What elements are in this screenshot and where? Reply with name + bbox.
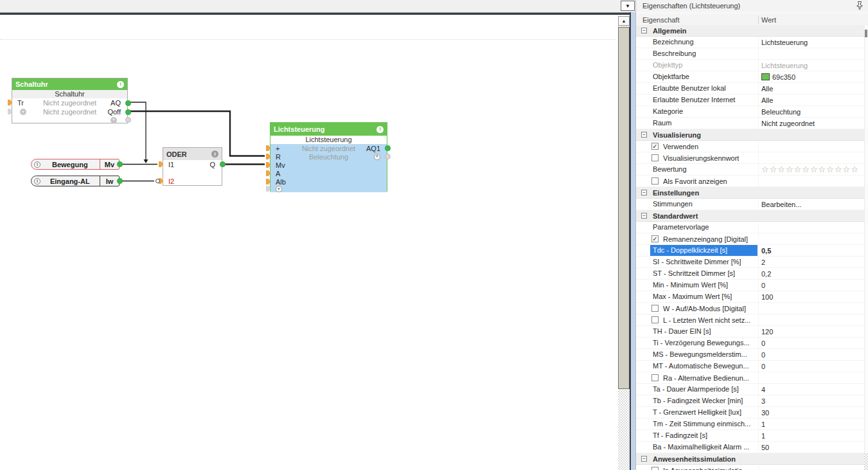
properties-column-header[interactable]: Eigenschaft Wert [636,14,868,26]
scrollbar-thumb[interactable] [618,27,630,389]
property-row-parametervorlage[interactable]: Parametervorlage [636,222,865,233]
value-cell[interactable]: 69c350 [761,71,865,82]
property-row-ra-alternative-bedienun[interactable]: Ra - Alternative Bedienun... [636,372,865,384]
value-cell[interactable]: Lichtsteuerung [761,60,865,71]
sensor-block-bewegung[interactable]: i Bewegung Mv [31,159,120,170]
property-row-th-dauer-ein-s[interactable]: TH - Dauer EIN [s]120 [636,326,865,338]
info-icon[interactable]: i [211,150,218,158]
add-output-icon[interactable]: + [111,117,117,123]
checkbox[interactable] [651,374,659,381]
property-row-ti-verzögerung-bewegungs[interactable]: Ti - Verzögerung Bewegungs...0 [636,338,865,349]
input-connector-i1[interactable] [159,161,163,167]
value-cell[interactable] [761,314,865,325]
property-row-tb-fadingzeit-wecker-min[interactable]: Tb - Fadingzeit Wecker [min]3 [636,395,865,407]
value-cell[interactable]: Alle [761,95,865,105]
diagram-canvas[interactable]: ▼ Schaltuhr i Schaltuhr Tr Nicht zugeord… [0,0,631,470]
property-section-einstellungen[interactable]: −Einstellungen [636,187,865,199]
function-block-lichtsteuerung[interactable]: Lichtsteuerung i Lichtsteuerung + Nicht … [270,122,387,192]
value-cell[interactable] [761,303,865,314]
value-cell[interactable]: 0,5 [761,245,865,256]
value-cell[interactable]: Lichtsteuerung [761,37,865,48]
property-row-l-letzten-wert-nicht-setz[interactable]: L - Letzten Wert nicht setz... [636,314,865,326]
value-cell[interactable]: Alle [761,83,865,94]
value-cell[interactable]: 0 [761,338,865,348]
value-cell[interactable]: 50 [761,442,865,453]
property-row-st-schrittzeit-dimmer-s[interactable]: ST - Schrittzeit Dimmer [s]0,2 [636,268,865,280]
page-dropdown-button[interactable]: ▼ [621,1,635,11]
property-row-beschreibung[interactable]: Beschreibung [636,48,865,60]
checkbox[interactable] [651,467,659,470]
value-cell[interactable] [761,48,865,59]
value-cell[interactable]: 0 [761,349,865,360]
value-cell[interactable] [761,372,865,383]
sensor-block-eingang-al[interactable]: i Eingang-AL Iw [31,176,120,186]
property-row-stimmungen[interactable]: StimmungenBearbeiten... [636,199,865,210]
value-cell[interactable]: 0,2 [761,268,865,279]
checkbox[interactable]: ✓ [651,235,659,242]
input-connector-plus[interactable] [266,145,270,151]
value-cell[interactable]: Beleuchtung [761,106,865,117]
property-row-tdc-doppelklickzeit-s[interactable]: Tdc - Doppelklickzeit [s]0,5 [636,245,865,257]
value-cell[interactable]: 2 [761,257,865,267]
properties-scrollbar[interactable] [864,25,868,470]
value-cell[interactable]: Nicht zugeordnet [761,118,865,129]
property-row-max-maximum-wert[interactable]: Max - Maximum Wert [%]100 [636,291,865,303]
property-row-kategorie[interactable]: KategorieBeleuchtung [636,106,865,118]
value-cell[interactable]: 0 [761,280,865,291]
value-cell[interactable]: 3 [761,395,865,406]
value-cell[interactable]: 120 [761,326,865,337]
property-row-bewertung[interactable]: Bewertung☆☆☆☆☆☆☆☆☆☆☆☆ [636,164,865,176]
property-row-remanenzeingang-digital[interactable]: ✓Remanenzeingang [Digital] [636,233,865,245]
add-output-icon[interactable]: + [374,154,380,160]
property-section-standardwert[interactable]: −Standardwert [636,210,865,222]
property-row-objektfarbe[interactable]: Objektfarbe69c350 [636,71,865,83]
property-row-ba-maximalhelligkeit-alarm[interactable]: Ba - Maximalhelligkeit Alarm ...50 [636,442,865,453]
input-connector-a[interactable] [266,170,270,176]
output-connector-aq[interactable] [125,100,131,106]
output-connector-aq1[interactable] [385,145,391,151]
output-connector-add[interactable] [385,154,391,159]
checkbox[interactable]: ✓ [651,143,659,150]
value-cell[interactable]: 1 [761,430,865,441]
collapse-section-icon[interactable]: − [641,28,647,33]
input-connector-add[interactable] [8,109,12,114]
collapse-section-icon[interactable]: − [641,456,647,462]
pin-icon[interactable] [856,1,863,11]
value-cell[interactable]: 4 [761,384,865,395]
property-row-in-anwesenheitssimulatio[interactable]: In Anwesenheitssimulatio... [636,465,865,470]
value-cell[interactable] [761,141,865,152]
info-icon[interactable]: i [376,126,384,133]
value-cell[interactable] [761,233,865,244]
property-row-tf-fadingzeit-s[interactable]: Tf - Fadingzeit [s]1 [636,430,865,442]
output-connector-iw[interactable] [117,178,123,184]
block-header[interactable]: ODER i [163,148,222,160]
block-header[interactable]: Lichtsteuerung i [270,123,387,136]
input-connector-add[interactable] [266,186,270,192]
value-cell[interactable] [761,176,865,186]
checkbox[interactable] [651,177,659,185]
output-connector-qoff[interactable] [125,109,131,115]
rating-stars[interactable]: ☆☆☆☆☆☆☆☆☆☆☆☆ [761,165,859,174]
property-row-tm-zeit-stimmung-einmisch[interactable]: Tm - Zeit Stimmung einmisch...1 [636,419,865,430]
value-cell[interactable] [761,222,865,233]
value-cell[interactable]: Bearbeiten... [761,199,865,210]
value-cell[interactable] [761,465,865,470]
value-cell[interactable] [761,152,865,163]
checkbox[interactable] [651,154,659,161]
collapse-section-icon[interactable]: − [641,132,647,138]
add-input-icon[interactable]: + [276,186,282,192]
value-cell[interactable]: 1 [761,419,865,429]
info-icon[interactable]: i [34,161,40,168]
checkbox[interactable] [651,316,659,323]
property-row-erlaubte-benutzer-internet[interactable]: Erlaubte Benutzer InternetAlle [636,95,865,106]
property-row-als-favorit-anzeigen[interactable]: Als Favorit anzeigen [636,176,865,187]
value-cell[interactable]: 100 [761,291,865,302]
property-row-visualisierungskennwort[interactable]: Visualisierungskennwort [636,152,865,164]
value-cell[interactable]: ☆☆☆☆☆☆☆☆☆☆☆☆ [761,164,865,175]
block-header[interactable]: Schaltuhr i [12,78,127,90]
property-row-ta-dauer-alarmperiode-s[interactable]: Ta - Dauer Alarmperiode [s]4 [636,384,865,395]
property-row-w-auf-ab-modus-digital[interactable]: W - Auf/Ab-Modus [Digital] [636,303,865,314]
property-row-mt-automatische-bewegun[interactable]: MT - Automatische Bewegun...0 [636,361,865,372]
property-row-verwenden[interactable]: ✓Verwenden [636,141,865,152]
function-block-oder[interactable]: ODER i I1 Q I2 [163,147,222,186]
